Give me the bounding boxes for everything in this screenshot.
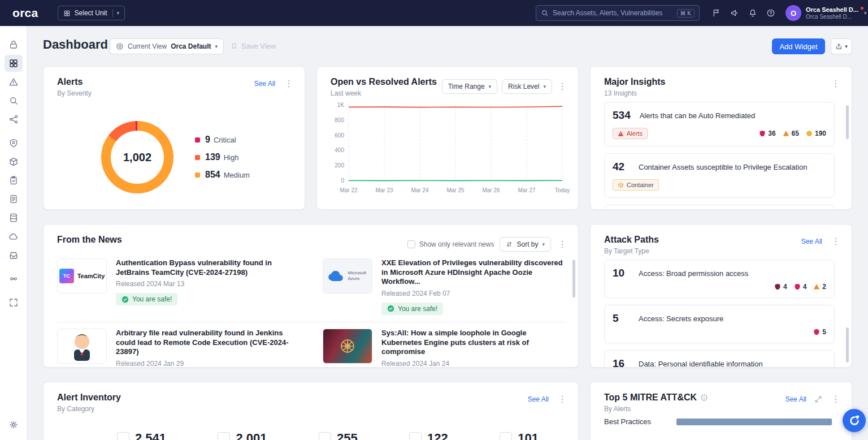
divider xyxy=(112,9,113,17)
news-item[interactable]: Sys:All: How a simple loophole in Google… xyxy=(323,329,566,368)
news-item[interactable]: Microsoft Azure XXE Elevation of Privile… xyxy=(323,258,566,315)
relevant-news-checkbox[interactable] xyxy=(407,240,415,248)
chat-launcher-button[interactable] xyxy=(843,409,866,432)
sidebar-item-dashboard[interactable] xyxy=(5,55,23,72)
sidebar-item-cloud-security[interactable] xyxy=(5,135,23,152)
view-icon xyxy=(116,42,124,50)
sidebar-item-home[interactable] xyxy=(5,36,23,53)
kebab-menu-icon[interactable]: ⋮ xyxy=(830,395,841,404)
export-share-button[interactable]: ▾ xyxy=(831,38,852,54)
svg-text:Today: Today xyxy=(555,187,570,193)
shield-icon xyxy=(794,283,801,290)
search-icon xyxy=(541,9,549,17)
sidebar-item-integrations[interactable] xyxy=(5,294,23,311)
risk-level-dropdown[interactable]: Risk Level ▾ xyxy=(502,79,552,94)
teamcity-logo-text: TeamCity xyxy=(77,273,105,279)
sidebar-item-data-security[interactable] xyxy=(5,209,23,226)
info-icon[interactable] xyxy=(700,394,708,402)
kebab-menu-icon[interactable]: ⋮ xyxy=(830,237,841,246)
alerts-total: 1,002 xyxy=(101,121,173,193)
widget-title: Major Insights xyxy=(604,77,665,87)
insight-item[interactable]: 42 Container Assets susceptible to Privi… xyxy=(604,153,835,198)
kebab-menu-icon[interactable]: ⋮ xyxy=(283,79,294,88)
insight-text: Container Assets susceptible to Privileg… xyxy=(639,163,807,171)
scrollbar-thumb[interactable] xyxy=(846,327,849,363)
check-circle-icon xyxy=(387,305,394,312)
sidebar-item-discovery[interactable] xyxy=(5,92,23,109)
chevron-down-icon[interactable]: ▾ xyxy=(864,10,867,16)
kebab-menu-icon[interactable]: ⋮ xyxy=(557,395,568,404)
sidebar-item-cloud-accounts[interactable] xyxy=(5,228,23,245)
legend-item-high: 139 High xyxy=(195,152,250,162)
svg-text:Mar 25: Mar 25 xyxy=(446,187,465,193)
help-button[interactable] xyxy=(762,5,780,21)
user-name: Orca Seashell D... xyxy=(806,6,858,14)
attack-path-item[interactable]: 16 Data: Personal identifiable informati… xyxy=(604,350,835,368)
attack-path-text: Data: Personal identifiable information xyxy=(639,360,763,368)
attack-path-item[interactable]: 10 Access: Broad permission access 4 4 xyxy=(604,260,835,298)
attack-path-count: 5 xyxy=(613,312,630,325)
current-view-value: Orca Default xyxy=(171,42,211,50)
chevron-down-icon: ▾ xyxy=(542,242,545,247)
select-unit-button[interactable]: Select Unit ▾ xyxy=(58,6,125,20)
sidebar-item-compliance[interactable] xyxy=(5,172,23,189)
compliance-clipboard-icon xyxy=(8,175,19,186)
see-all-link[interactable]: See All xyxy=(528,395,549,403)
see-all-link[interactable]: See All xyxy=(254,80,275,88)
widget-title: Alerts xyxy=(57,77,92,87)
circle-icon xyxy=(806,130,813,137)
widget-title: Alert Inventory xyxy=(57,392,121,403)
sidebar-item-alerts[interactable] xyxy=(5,74,23,90)
see-all-link[interactable]: See All xyxy=(785,395,806,403)
insight-item[interactable] xyxy=(604,205,835,210)
chevron-down-icon: ▾ xyxy=(117,11,120,16)
alerts-widget: Alerts By Severity See All ⋮ 1,002 9 Cri… xyxy=(43,66,305,210)
kebab-menu-icon[interactable]: ⋮ xyxy=(830,79,841,88)
shift-left-infinity-icon xyxy=(8,274,19,284)
sidebar-item-shift-left[interactable] xyxy=(5,270,23,287)
category-icon xyxy=(409,432,422,440)
kebab-menu-icon[interactable]: ⋮ xyxy=(557,82,568,91)
relevant-news-label: Show only relevant news xyxy=(419,240,494,248)
container-badge: Container xyxy=(613,179,659,191)
scrollbar-thumb[interactable] xyxy=(846,105,849,139)
asset-box-icon xyxy=(8,157,19,167)
category-icon xyxy=(218,432,230,440)
global-search-input[interactable]: Search Assets, Alerts, Vulnerabilities ⌘… xyxy=(536,5,700,21)
database-icon xyxy=(8,213,19,223)
save-view-button[interactable]: Save View xyxy=(231,42,276,50)
sidebar-item-assets[interactable] xyxy=(5,153,23,170)
sidebar-item-attack-paths[interactable] xyxy=(5,111,23,128)
news-item[interactable]: TC TeamCity Authentication Bypass vulner… xyxy=(57,258,300,305)
sort-by-dropdown[interactable]: Sort by ▾ xyxy=(500,237,551,252)
expand-icon[interactable] xyxy=(814,395,822,403)
current-view-dropdown[interactable]: Current View Orca Default ▾ xyxy=(110,38,224,54)
current-view-label: Current View xyxy=(128,42,167,50)
share-icon xyxy=(835,43,843,50)
flag-button[interactable] xyxy=(708,5,726,21)
sidebar-item-settings[interactable] xyxy=(5,416,23,433)
page-title: Dashboard xyxy=(43,37,108,52)
insight-count: 42 xyxy=(613,161,630,173)
time-range-dropdown[interactable]: Time Range ▾ xyxy=(442,79,497,94)
safe-badge: You are safe! xyxy=(381,303,443,315)
sidebar-item-policies[interactable] xyxy=(5,191,23,208)
scrollbar-thumb[interactable] xyxy=(572,260,575,297)
news-item[interactable]: Arbitrary file read vulnerability found … xyxy=(57,329,300,368)
kebab-menu-icon[interactable]: ⋮ xyxy=(557,240,568,249)
attack-path-item[interactable]: 5 Access: Secrets exposure 5 xyxy=(604,305,835,343)
insight-item[interactable]: 534 Alerts that can be Auto Remediated A… xyxy=(604,102,835,146)
svg-text:Mar 26: Mar 26 xyxy=(482,187,500,193)
notifications-button[interactable] xyxy=(744,5,762,21)
left-sidebar xyxy=(0,26,27,440)
user-avatar[interactable]: O xyxy=(785,5,801,21)
news-date: Released 2024 Feb 07 xyxy=(381,290,566,297)
news-row-divider xyxy=(57,322,565,322)
see-all-link[interactable]: See All xyxy=(801,238,822,245)
top-navbar: orca Select Unit ▾ Search Assets, Alerts… xyxy=(0,0,868,26)
alerts-triangle-icon xyxy=(8,77,19,87)
user-menu[interactable]: Orca Seashell D... Orca Seashell D... xyxy=(806,6,858,20)
sidebar-item-inbox[interactable] xyxy=(5,247,23,264)
add-widget-button[interactable]: Add Widget xyxy=(772,38,825,54)
announcements-button[interactable] xyxy=(726,5,744,21)
